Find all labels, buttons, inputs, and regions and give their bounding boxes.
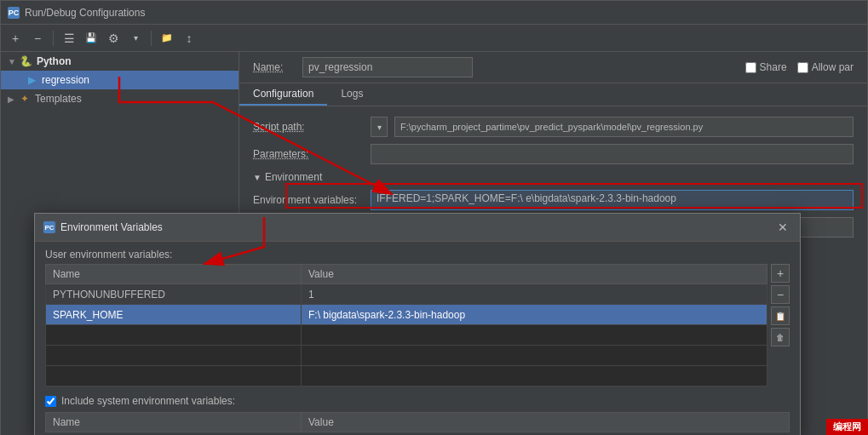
dialog-icon: PC <box>43 221 55 233</box>
footer-table: Name Value <box>45 412 790 432</box>
python-group-icon: 🐍 <box>20 54 33 68</box>
sort-button[interactable]: ↕ <box>180 29 198 48</box>
regression-icon: ▶ <box>25 73 38 87</box>
footer-col-name: Name <box>46 413 302 432</box>
dialog-body: User environment variables: Name Value P… <box>35 242 800 435</box>
remove-button[interactable]: − <box>28 29 47 48</box>
settings-button[interactable]: ⚙ <box>104 29 123 48</box>
remove-var-button[interactable]: − <box>771 285 790 304</box>
toolbar-separator-1 <box>53 31 54 46</box>
env-vars-label: Environment variables: <box>253 194 364 206</box>
table-row-empty-3 <box>46 366 767 386</box>
col-value-header: Value <box>302 265 767 284</box>
templates-icon: ✦ <box>18 92 32 106</box>
expand-arrow-templates: ▶ <box>8 94 14 104</box>
dialog-title-bar: PC Environment Variables ✕ <box>35 214 800 242</box>
table-row[interactable]: SPARK_HOME F:\ bigdata\spark-2.3.3-bin-h… <box>46 305 767 325</box>
delete-var-button[interactable]: 🗑 <box>771 328 790 346</box>
include-sys-env-checkbox[interactable] <box>45 396 56 407</box>
row-name-sparkhome: SPARK_HOME <box>46 305 302 325</box>
footer-col-value: Value <box>302 413 790 432</box>
col-name-header: Name <box>46 265 302 284</box>
include-sys-env-label: Include system environment variables: <box>61 395 235 407</box>
script-path-label: Script path: <box>253 121 364 133</box>
env-vars-dialog: PC Environment Variables ✕ User environm… <box>34 213 801 435</box>
share-checkbox-item[interactable]: Share <box>745 61 787 73</box>
row-name-pythonunbuffered: PYTHONUNBUFFERED <box>46 284 302 305</box>
add-button[interactable]: + <box>6 29 25 48</box>
tab-bar: Configuration Logs <box>239 83 867 106</box>
watermark-badge: 编程网 <box>826 419 868 435</box>
allow-parallel-item[interactable]: Allow par <box>797 61 854 73</box>
table-row-empty-1 <box>46 325 767 346</box>
copy-var-button[interactable]: 📋 <box>771 306 790 325</box>
script-path-row: Script path: ▾ <box>253 113 854 140</box>
table-row[interactable]: PYTHONUNBUFFERED 1 <box>46 284 767 305</box>
name-field-label: Name: <box>253 61 296 73</box>
tree-item-templates[interactable]: ▶ ✦ Templates <box>1 89 239 108</box>
side-buttons: + − 📋 🗑 <box>771 264 790 390</box>
toolbar-separator-2 <box>151 31 152 46</box>
allow-parallel-checkbox[interactable] <box>797 62 808 73</box>
dialog-title: Environment Variables <box>60 221 774 233</box>
folder-button[interactable]: 📁 <box>158 29 176 48</box>
allow-parallel-label: Allow par <box>812 61 854 73</box>
env-vars-row: Environment variables: IFFERED=1;SPARK_H… <box>253 186 854 214</box>
add-var-button[interactable]: + <box>771 264 790 283</box>
row-value-pythonunbuffered: 1 <box>302 284 767 305</box>
env-section-arrow: ▼ <box>253 173 262 182</box>
regression-label: regression <box>42 74 89 86</box>
dialog-table-area: Name Value PYTHONUNBUFFERED 1 SPARK_HOME… <box>45 264 790 390</box>
share-label: Share <box>760 61 787 73</box>
tree-item-regression[interactable]: ▶ regression <box>1 71 239 89</box>
dialog-section-label: User environment variables: <box>45 249 790 260</box>
tab-logs[interactable]: Logs <box>327 83 377 106</box>
share-area: Share Allow par <box>745 61 854 73</box>
tab-configuration[interactable]: Configuration <box>239 83 327 106</box>
env-vars-value[interactable]: IFFERED=1;SPARK_HOME=F:\ e\bigdata\spark… <box>371 190 854 210</box>
title-bar: PC Run/Debug Configurations <box>1 1 867 25</box>
copy-button[interactable]: ☰ <box>60 29 78 48</box>
environment-section-label: Environment <box>265 171 322 183</box>
toolbar: + − ☰ 💾 ⚙ ▾ 📁 ↕ <box>1 25 867 52</box>
dropdown-button[interactable]: ▾ <box>126 29 145 48</box>
name-input[interactable] <box>302 57 473 77</box>
parameters-input[interactable] <box>371 144 854 164</box>
tree-item-python-group[interactable]: ▼ 🐍 Python <box>1 52 239 71</box>
environment-section-header[interactable]: ▼ Environment <box>253 168 854 186</box>
row-value-sparkhome: F:\ bigdata\spark-2.3.3-bin-hadoop <box>302 305 767 325</box>
name-row: Name: Share Allow par <box>239 52 867 83</box>
table-row-empty-2 <box>46 346 767 366</box>
window-title: Run/Debug Configurations <box>25 7 145 19</box>
parameters-row: Parameters: <box>253 140 854 168</box>
parameters-label: Parameters: <box>253 148 364 160</box>
python-group-label: Python <box>37 55 72 67</box>
save-button[interactable]: 💾 <box>82 29 101 48</box>
script-path-dropdown[interactable]: ▾ <box>371 117 388 137</box>
env-vars-table: Name Value PYTHONUNBUFFERED 1 SPARK_HOME… <box>45 264 767 386</box>
expand-arrow-python: ▼ <box>8 57 16 66</box>
include-sys-env-row[interactable]: Include system environment variables: <box>45 390 790 412</box>
share-checkbox[interactable] <box>745 62 756 73</box>
dialog-close-button[interactable]: ✕ <box>774 219 791 236</box>
templates-label: Templates <box>35 93 82 105</box>
script-path-input[interactable] <box>394 117 854 137</box>
app-icon: PC <box>8 7 20 19</box>
